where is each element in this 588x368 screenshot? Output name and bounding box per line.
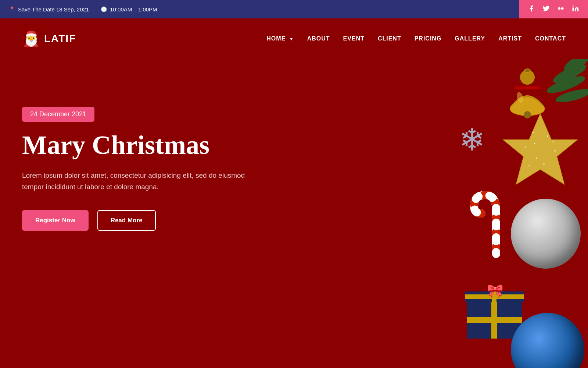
nav-link-about[interactable]: ABOUT xyxy=(307,35,330,42)
nav-link-artist[interactable]: ARTIST xyxy=(498,35,522,42)
svg-point-2 xyxy=(573,5,574,6)
read-more-button[interactable]: Read More xyxy=(97,210,156,231)
nav-link-home[interactable]: HOME ▼ xyxy=(266,35,294,42)
twitter-icon[interactable] xyxy=(542,5,550,14)
svg-marker-13 xyxy=(503,114,577,184)
top-bar-left: 📍 Save The Date 18 Sep, 2021 🕙 10:00AM –… xyxy=(0,6,519,13)
nav-link-gallery[interactable]: GALLERY xyxy=(455,35,485,42)
logo-hat-icon: 🎅 xyxy=(22,30,40,47)
nav-item-gallery[interactable]: GALLERY xyxy=(455,35,485,42)
chevron-down-icon: ▼ xyxy=(289,36,294,42)
gift-ribbon-vertical xyxy=(491,302,497,339)
time-info: 🕙 10:00AM – 1:00PM xyxy=(101,6,157,13)
time-label: 10:00AM – 1:00PM xyxy=(110,6,157,13)
top-bar: 📍 Save The Date 18 Sep, 2021 🕙 10:00AM –… xyxy=(0,0,588,18)
gift-box-body: 🎀 xyxy=(467,302,522,339)
clock-icon: 🕙 xyxy=(101,6,107,12)
navbar: 🎅 LATIF HOME ▼ ABOUT EVENT CLIENT PRICIN… xyxy=(0,18,588,59)
svg-rect-12 xyxy=(514,86,540,89)
gift-box-decoration: 🎀 xyxy=(467,302,522,339)
date-info: 📍 Save The Date 18 Sep, 2021 xyxy=(9,6,89,13)
svg-point-17 xyxy=(554,150,556,152)
nav-item-home[interactable]: HOME ▼ xyxy=(266,35,294,42)
logo-text: LATIF xyxy=(44,33,76,45)
svg-point-20 xyxy=(528,165,530,166)
nav-item-contact[interactable]: CONTACT xyxy=(535,35,566,42)
flickr-icon[interactable] xyxy=(557,5,564,14)
register-now-button[interactable]: Register Now xyxy=(22,210,89,231)
facebook-icon[interactable] xyxy=(528,5,535,14)
date-badge: 24 December 2021 xyxy=(22,107,94,122)
location-icon: 📍 xyxy=(9,6,15,12)
hero-buttons: Register Now Read More xyxy=(22,210,250,231)
nav-links: HOME ▼ ABOUT EVENT CLIENT PRICING GALLER… xyxy=(266,35,566,42)
star-svg xyxy=(500,110,581,191)
svg-point-19 xyxy=(543,163,545,164)
hero-section: ❄ xyxy=(0,59,588,368)
nav-item-event[interactable]: EVENT xyxy=(343,35,365,42)
svg-point-1 xyxy=(561,7,564,10)
svg-point-11 xyxy=(524,69,530,72)
social-bar xyxy=(519,0,588,18)
svg-point-22 xyxy=(534,143,535,144)
nav-link-contact[interactable]: CONTACT xyxy=(535,35,566,42)
snowflake-decoration: ❄ xyxy=(459,121,485,158)
blue-ball-decoration xyxy=(511,313,584,368)
hero-title: Mary Christmas xyxy=(22,131,250,160)
nav-item-pricing[interactable]: PRICING xyxy=(415,35,442,42)
gift-bow-icon: 🎀 xyxy=(487,283,503,299)
nav-item-client[interactable]: CLIENT xyxy=(378,35,401,42)
svg-point-14 xyxy=(532,132,534,133)
svg-point-21 xyxy=(553,141,554,142)
ball-ornament-decoration xyxy=(511,199,581,269)
hero-content: 24 December 2021 Mary Christmas Lorem ip… xyxy=(22,107,250,231)
nav-link-pricing[interactable]: PRICING xyxy=(415,35,442,42)
candy-cane-svg xyxy=(470,188,514,261)
logo-area: 🎅 LATIF xyxy=(22,30,76,47)
nav-item-about[interactable]: ABOUT xyxy=(307,35,330,42)
nav-link-event[interactable]: EVENT xyxy=(343,35,365,42)
nav-link-client[interactable]: CLIENT xyxy=(378,35,401,42)
candy-cane-decoration xyxy=(470,188,514,263)
svg-point-16 xyxy=(525,146,526,148)
date-label: Save The Date 18 Sep, 2021 xyxy=(18,6,89,13)
star-decoration xyxy=(500,110,581,193)
nav-item-artist[interactable]: ARTIST xyxy=(498,35,522,42)
linkedin-icon[interactable] xyxy=(572,5,579,14)
svg-point-0 xyxy=(558,7,561,10)
svg-point-15 xyxy=(547,135,548,137)
hero-description: Lorem ipsum dolor sit amet, consectetur … xyxy=(22,170,250,192)
svg-point-18 xyxy=(536,158,537,159)
decorations: ❄ xyxy=(368,59,588,368)
